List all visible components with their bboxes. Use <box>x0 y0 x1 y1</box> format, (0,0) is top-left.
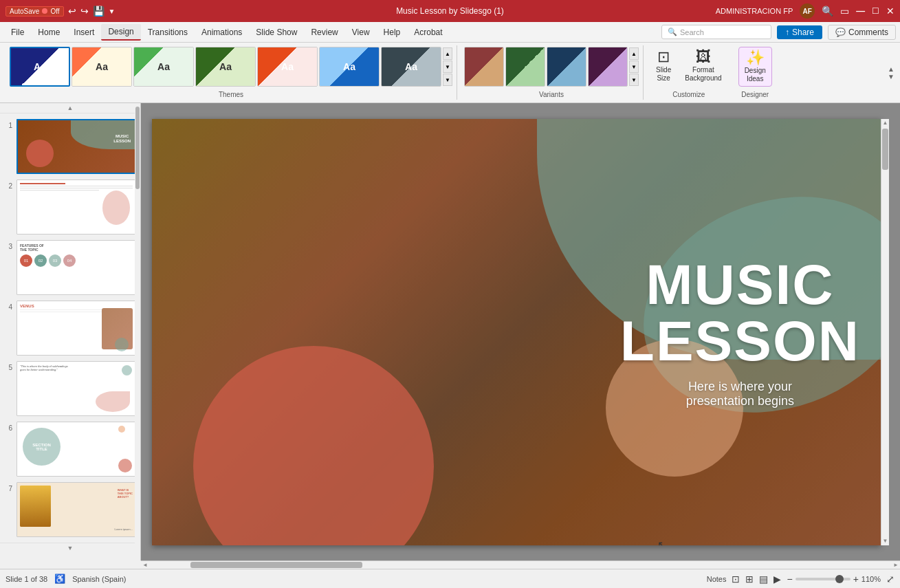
zoom-in-icon[interactable]: + <box>853 574 859 585</box>
menu-design[interactable]: Design <box>101 24 140 41</box>
theme-item-1[interactable]: Aa <box>10 47 70 87</box>
theme-item-2[interactable]: Aa <box>72 47 132 87</box>
slide-number-6: 6 <box>4 422 12 432</box>
zoom-out-icon[interactable]: − <box>787 574 792 585</box>
variant-item-2[interactable] <box>505 47 545 87</box>
close-icon[interactable]: ✕ <box>886 6 894 17</box>
menu-help[interactable]: Help <box>377 25 408 40</box>
slide-thumb-4[interactable]: VENUS <box>17 301 136 356</box>
theme-scroll-down[interactable]: ▼ <box>443 74 452 86</box>
ribbon-scroll-right[interactable]: ▲ ▼ <box>888 45 894 100</box>
theme-item-4[interactable]: Aa <box>195 47 256 87</box>
variants-scroll-down[interactable]: ▼ <box>629 74 639 86</box>
normal-view-icon[interactable]: ⊡ <box>732 574 740 585</box>
scroll-thumb <box>882 129 888 170</box>
maximize-icon[interactable]: ☐ <box>872 6 879 16</box>
menu-bar: File Home Insert Design Transitions Anim… <box>0 22 900 43</box>
scroll-up-arrow[interactable]: ▲ <box>881 119 889 127</box>
slide-sorter-icon[interactable]: ⊞ <box>745 574 754 585</box>
theme-item-6[interactable]: Aa <box>319 47 380 87</box>
variants-scroll-up[interactable]: ▲ <box>629 47 639 60</box>
accessibility-icon[interactable]: ♿ <box>54 574 65 584</box>
menu-transitions[interactable]: Transitions <box>141 25 195 40</box>
format-background-button[interactable]: 🖼 FormatBackground <box>679 47 727 85</box>
autosave-badge[interactable]: AutoSave Off <box>6 6 64 17</box>
autosave-dot <box>42 8 47 14</box>
theme-scroll-up[interactable]: ▲ <box>443 47 452 60</box>
redo-icon[interactable]: ↪ <box>80 6 89 17</box>
minimize-icon[interactable]: ─ <box>856 5 865 17</box>
slide-info: Slide 1 of 38 <box>6 575 47 583</box>
slide-thumb-2[interactable] <box>17 179 136 235</box>
ribbon: Aa Aa Aa Aa Aa <box>0 43 900 103</box>
zoom-slider[interactable] <box>795 578 850 580</box>
menu-file[interactable]: File <box>4 25 31 40</box>
canvas-scrollbar-right[interactable]: ▲ ▼ <box>881 119 889 545</box>
search-ribbon-icon[interactable]: 🔍 <box>822 6 833 17</box>
slide-size-button[interactable]: ⊡ SlideSize <box>650 47 677 85</box>
zoom-bar: − + 110% <box>787 574 881 585</box>
designer-label: Designer <box>741 91 769 100</box>
variant-item-4[interactable] <box>588 47 628 87</box>
share-button[interactable]: ↑ Share <box>777 25 822 39</box>
slide-item-7[interactable]: 7 WHAT ISTHIS TOPICABOUT? Lorem ipsum... <box>4 482 136 537</box>
slide-thumb-6[interactable]: SECTIONTITLE <box>17 422 136 477</box>
reading-view-icon[interactable]: ▤ <box>759 574 768 585</box>
menu-view[interactable]: View <box>345 25 377 40</box>
fit-slide-icon[interactable]: ⤢ <box>886 574 894 585</box>
slide-thumb-5[interactable]: "This is where the body of subheadingsgo… <box>17 361 136 416</box>
undo-icon[interactable]: ↩ <box>68 6 76 17</box>
slide-thumb-1[interactable]: MUSICLESSON <box>17 119 136 174</box>
theme-scroll-mid[interactable]: ▼ <box>443 61 452 73</box>
variants-scroll-mid[interactable]: ▼ <box>629 61 639 73</box>
panel-scroll-thumb <box>135 107 140 189</box>
search-box[interactable]: 🔍 Search <box>661 25 771 39</box>
bottom-area: ◄ ► Slide 1 of 38 ♿ Spanish (Spain) Note… <box>0 560 900 588</box>
menu-review[interactable]: Review <box>304 25 344 40</box>
theme-item-7[interactable]: Aa <box>381 47 441 87</box>
theme-item-3[interactable]: Aa <box>133 47 194 87</box>
theme-scroll-controls: ▲ ▼ ▼ <box>443 47 452 86</box>
slideshow-icon[interactable]: ▶ <box>773 574 781 585</box>
slide-item-4[interactable]: 4 VENUS <box>4 301 136 356</box>
slide-number-4: 4 <box>4 301 12 311</box>
theme-item-5[interactable]: Aa <box>257 47 318 87</box>
slide-item-5[interactable]: 5 "This is where the body of subheadings… <box>4 361 136 416</box>
slide-list: 1 MUSICLESSON 2 <box>0 113 140 543</box>
horizontal-scrollbar[interactable]: ◄ ► <box>141 560 900 569</box>
slide-size-label: SlideSize <box>656 66 671 83</box>
designer-buttons: ✨ DesignIdeas <box>738 47 772 87</box>
design-ideas-icon: ✨ <box>746 50 765 65</box>
scroll-right-arrow[interactable]: ► <box>892 561 900 569</box>
panel-scrollbar[interactable] <box>135 103 140 560</box>
slide-thumb-3[interactable]: FEATURES OFTHE TOPIC 01 02 03 04 <box>17 240 136 295</box>
autosave-state: Off <box>50 8 59 15</box>
customize-buttons: ⊡ SlideSize 🖼 FormatBackground <box>650 47 727 85</box>
slide-item-6[interactable]: 6 SECTIONTITLE <box>4 422 136 477</box>
slide-panel: ▲ 1 MUSICLESSON 2 <box>0 103 141 560</box>
slide-canvas[interactable]: MUSIC LESSON Here is where yourpresentat… <box>152 119 881 545</box>
panel-scroll-down[interactable]: ▼ <box>0 543 140 553</box>
menu-slideshow[interactable]: Slide Show <box>249 25 304 40</box>
notes-button[interactable]: Notes <box>707 575 727 583</box>
zoom-level[interactable]: 110% <box>861 575 881 583</box>
variant-item-1[interactable] <box>464 47 504 87</box>
design-ideas-button[interactable]: ✨ DesignIdeas <box>738 47 772 87</box>
panel-scroll-up[interactable]: ▲ <box>0 103 140 113</box>
variant-item-3[interactable] <box>547 47 586 87</box>
scroll-left-arrow[interactable]: ◄ <box>141 561 149 569</box>
save-icon[interactable]: 💾 <box>93 6 105 17</box>
menu-insert[interactable]: Insert <box>67 25 101 40</box>
quick-access-more[interactable]: ▼ <box>109 8 116 15</box>
scroll-down-arrow[interactable]: ▼ <box>881 537 889 545</box>
comments-button[interactable]: 💬 Comments <box>828 25 896 40</box>
title-bar-right: ADMINISTRACION FP AF 🔍 ▭ ─ ☐ ✕ <box>716 3 894 19</box>
menu-home[interactable]: Home <box>31 25 67 40</box>
slide-thumb-7[interactable]: WHAT ISTHIS TOPICABOUT? Lorem ipsum... <box>17 482 136 537</box>
slide-item-3[interactable]: 3 FEATURES OFTHE TOPIC 01 02 03 04 <box>4 240 136 295</box>
menu-animations[interactable]: Animations <box>195 25 249 40</box>
slide-item-2[interactable]: 2 <box>4 179 136 235</box>
ribbon-display-icon[interactable]: ▭ <box>840 6 849 17</box>
slide-item-1[interactable]: 1 MUSICLESSON <box>4 119 136 174</box>
menu-acrobat[interactable]: Acrobat <box>407 25 449 40</box>
